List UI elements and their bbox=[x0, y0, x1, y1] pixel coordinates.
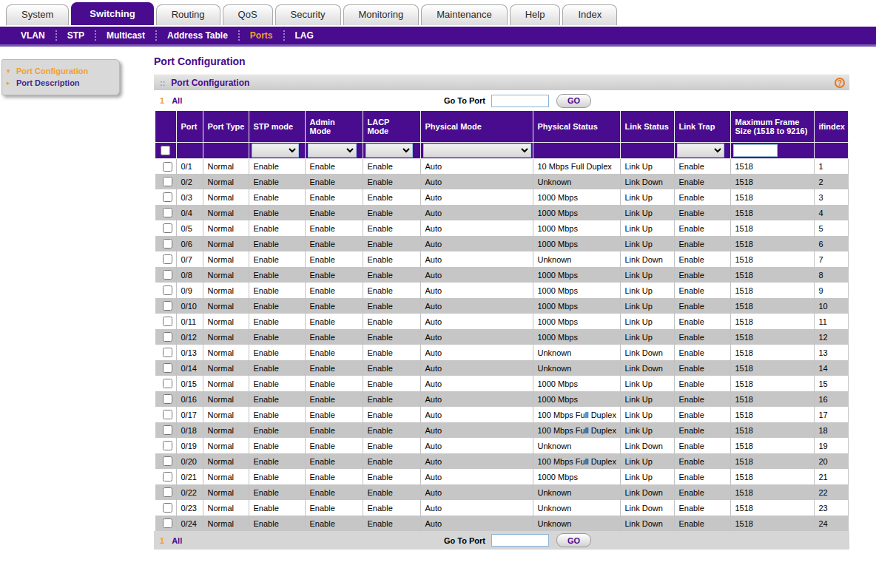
sidebar-item-port-configuration[interactable]: ▾Port Configuration bbox=[7, 65, 115, 77]
row-checkbox[interactable] bbox=[163, 162, 172, 172]
row-checkbox[interactable] bbox=[163, 472, 172, 481]
row-checkbox[interactable] bbox=[163, 363, 172, 373]
filter-cell bbox=[203, 142, 249, 158]
tab-routing[interactable]: Routing bbox=[156, 4, 220, 25]
frame-size-filter-input[interactable] bbox=[733, 144, 778, 157]
physical-mode-cell: Auto bbox=[420, 500, 533, 516]
select-all-checkbox[interactable] bbox=[161, 146, 170, 155]
lacp-mode-cell: Enable bbox=[363, 391, 420, 407]
row-checkbox[interactable] bbox=[163, 317, 172, 326]
goto-port-input[interactable] bbox=[491, 534, 549, 547]
admin-mode-cell: Enable bbox=[305, 391, 363, 407]
physical-status-cell: 1000 Mbps bbox=[533, 236, 620, 251]
row-checkbox[interactable] bbox=[163, 487, 172, 497]
subnav-item-multicast[interactable]: Multicast bbox=[96, 27, 155, 44]
ifindex-cell: 14 bbox=[814, 360, 848, 376]
tab-monitoring[interactable]: Monitoring bbox=[343, 4, 420, 25]
link-trap-cell: Enable bbox=[674, 205, 730, 220]
tab-help[interactable]: Help bbox=[510, 4, 561, 25]
subnav-item-lag[interactable]: LAG bbox=[285, 27, 324, 44]
physical-status-cell: 100 Mbps Full Duplex bbox=[533, 407, 620, 422]
pagination-bar-bottom: 1 All Go To Port GO bbox=[154, 531, 849, 550]
row-checkbox[interactable] bbox=[163, 503, 172, 513]
row-checkbox[interactable] bbox=[163, 379, 172, 388]
admin-mode-cell: Enable bbox=[305, 360, 363, 376]
row-checkbox[interactable] bbox=[163, 441, 172, 450]
link-trap-cell: Enable bbox=[674, 376, 730, 391]
row-checkbox[interactable] bbox=[163, 348, 172, 357]
frame-size-cell: 1518 bbox=[730, 376, 814, 391]
row-checkbox[interactable] bbox=[163, 285, 172, 295]
goto-port-label: Go To Port bbox=[444, 96, 485, 105]
row-checkbox[interactable] bbox=[163, 223, 172, 233]
link-trap-cell: Enable bbox=[674, 283, 730, 298]
table-row: 0/7NormalEnableEnableEnableAutoUnknownLi… bbox=[155, 251, 848, 267]
row-checkbox[interactable] bbox=[163, 410, 172, 419]
physical-mode-cell: Auto bbox=[420, 329, 533, 345]
row-select-cell bbox=[155, 360, 176, 376]
subnav-item-ports[interactable]: Ports bbox=[240, 27, 283, 44]
physical-mode-filter-select[interactable] bbox=[423, 143, 531, 158]
sidebar-item-port-description[interactable]: ▸Port Description bbox=[7, 77, 115, 89]
link-status-cell: Link Down bbox=[620, 500, 674, 516]
stp-mode-cell: Enable bbox=[249, 422, 305, 438]
tab-index[interactable]: Index bbox=[562, 4, 617, 25]
col-header-port-type: Port Type bbox=[203, 111, 249, 142]
row-checkbox[interactable] bbox=[163, 301, 172, 311]
row-checkbox[interactable] bbox=[163, 518, 172, 528]
subnav-item-vlan[interactable]: VLAN bbox=[10, 27, 55, 44]
tab-qos[interactable]: QoS bbox=[223, 4, 273, 25]
row-checkbox[interactable] bbox=[163, 208, 172, 217]
show-all-link[interactable]: All bbox=[172, 96, 182, 105]
stp-mode-filter-select[interactable] bbox=[252, 143, 299, 158]
help-icon[interactable]: ? bbox=[835, 78, 845, 88]
physical-status-cell: 1000 Mbps bbox=[533, 469, 620, 484]
link-trap-cell: Enable bbox=[674, 438, 730, 453]
subnav-item-stp[interactable]: STP bbox=[57, 27, 95, 44]
link-trap-cell: Enable bbox=[674, 236, 730, 251]
link-status-cell: Link Down bbox=[620, 516, 674, 531]
ifindex-cell: 17 bbox=[814, 407, 848, 422]
row-checkbox[interactable] bbox=[163, 177, 172, 186]
row-checkbox[interactable] bbox=[163, 394, 172, 404]
row-checkbox[interactable] bbox=[163, 425, 172, 435]
row-checkbox[interactable] bbox=[163, 332, 172, 342]
physical-status-cell: 10 Mbps Full Duplex bbox=[533, 158, 620, 174]
frame-size-cell: 1518 bbox=[730, 329, 814, 345]
row-select-cell bbox=[155, 189, 176, 205]
go-button[interactable]: GO bbox=[556, 533, 591, 547]
tab-maintenance[interactable]: Maintenance bbox=[421, 4, 507, 25]
frame-size-cell: 1518 bbox=[730, 174, 814, 189]
top-tab-bar: SystemSwitchingRoutingQoSSecurityMonitor… bbox=[0, 0, 876, 27]
row-checkbox[interactable] bbox=[163, 239, 172, 249]
frame-size-cell: 1518 bbox=[730, 500, 814, 516]
row-checkbox[interactable] bbox=[163, 270, 172, 280]
stp-mode-cell: Enable bbox=[249, 360, 305, 376]
physical-status-cell: 100 Mbps Full Duplex bbox=[533, 422, 620, 438]
subnav-item-address-table[interactable]: Address Table bbox=[157, 27, 238, 44]
page-number[interactable]: 1 bbox=[160, 536, 164, 545]
page-number[interactable]: 1 bbox=[160, 96, 164, 105]
row-checkbox[interactable] bbox=[163, 192, 172, 202]
lacp-mode-filter-select[interactable] bbox=[365, 143, 413, 158]
lacp-mode-cell: Enable bbox=[363, 205, 420, 220]
tab-security[interactable]: Security bbox=[275, 4, 341, 25]
goto-port-input[interactable] bbox=[491, 95, 549, 107]
tab-system[interactable]: System bbox=[6, 4, 69, 25]
row-checkbox[interactable] bbox=[163, 254, 172, 264]
stp-mode-cell: Enable bbox=[249, 376, 305, 391]
admin-mode-filter-select[interactable] bbox=[308, 143, 357, 158]
link-trap-cell: Enable bbox=[674, 345, 730, 360]
row-checkbox[interactable] bbox=[163, 456, 172, 466]
port-cell: 0/5 bbox=[176, 220, 203, 236]
tab-switching[interactable]: Switching bbox=[71, 2, 153, 25]
table-row: 0/8NormalEnableEnableEnableAuto1000 Mbps… bbox=[155, 267, 848, 283]
go-button[interactable]: GO bbox=[556, 94, 591, 108]
physical-mode-cell: Auto bbox=[420, 189, 533, 205]
port-cell: 0/1 bbox=[176, 158, 203, 174]
stp-mode-cell: Enable bbox=[249, 251, 305, 267]
show-all-link[interactable]: All bbox=[172, 536, 182, 545]
link-trap-filter-select[interactable] bbox=[677, 143, 724, 158]
admin-mode-cell: Enable bbox=[305, 174, 363, 189]
col-header-link-trap: Link Trap bbox=[674, 111, 730, 142]
